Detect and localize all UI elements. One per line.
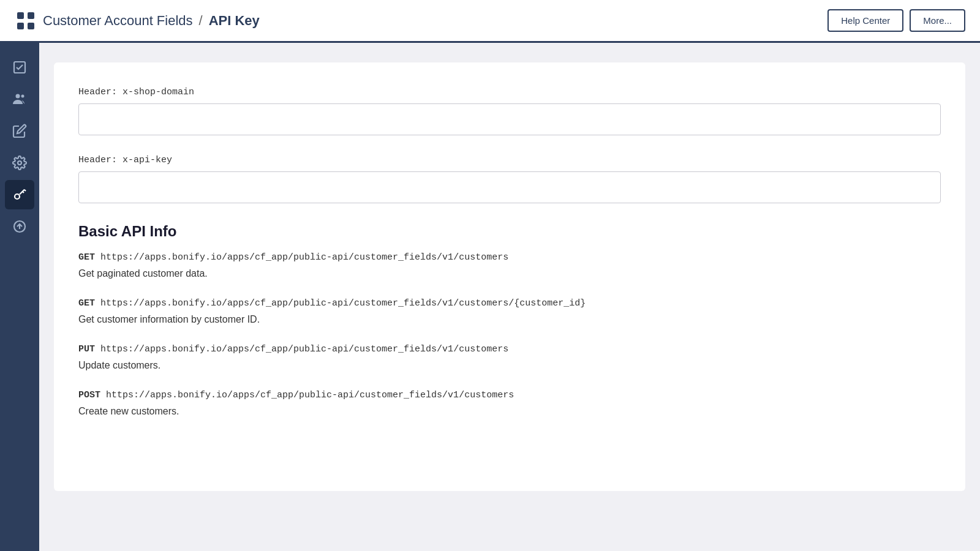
api-key-field-group: Header: x-api-key xyxy=(78,155,941,203)
api-method: PUT xyxy=(78,344,95,354)
sidebar-item-edit[interactable] xyxy=(5,116,34,146)
api-key-input[interactable] xyxy=(78,171,941,203)
people-icon xyxy=(12,92,27,107)
breadcrumb: Customer Account Fields / API Key xyxy=(43,13,260,29)
api-url-text: https://apps.bonify.io/apps/cf_app/publi… xyxy=(106,390,514,400)
svg-rect-3 xyxy=(28,23,34,29)
api-description: Create new customers. xyxy=(78,404,941,419)
app-name: Customer Account Fields xyxy=(43,13,193,29)
api-method: POST xyxy=(78,390,100,400)
page-title: API Key xyxy=(209,13,260,29)
api-url-line: POST https://apps.bonify.io/apps/cf_app/… xyxy=(78,390,941,400)
shop-domain-label: Header: x-shop-domain xyxy=(78,87,941,97)
svg-point-7 xyxy=(18,161,21,165)
api-url-text: https://apps.bonify.io/apps/cf_app/publi… xyxy=(100,298,586,309)
api-entry: POST https://apps.bonify.io/apps/cf_app/… xyxy=(78,390,941,419)
api-description: Update customers. xyxy=(78,358,941,373)
api-entry: GET https://apps.bonify.io/apps/cf_app/p… xyxy=(78,298,941,327)
content-area: Header: x-shop-domain Header: x-api-key … xyxy=(39,43,980,551)
edit-icon xyxy=(12,124,27,138)
topbar-right: Help Center More... xyxy=(827,9,965,32)
shop-domain-field-group: Header: x-shop-domain xyxy=(78,87,941,135)
api-url-text: https://apps.bonify.io/apps/cf_app/publi… xyxy=(100,252,508,263)
app-icon xyxy=(15,10,37,32)
main-layout: Header: x-shop-domain Header: x-api-key … xyxy=(0,43,980,551)
more-button[interactable]: More... xyxy=(910,9,965,32)
api-url-line: PUT https://apps.bonify.io/apps/cf_app/p… xyxy=(78,344,941,354)
api-entry: GET https://apps.bonify.io/apps/cf_app/p… xyxy=(78,252,941,281)
svg-point-8 xyxy=(15,194,20,199)
gear-icon xyxy=(12,156,27,170)
sidebar-item-api-key[interactable] xyxy=(5,180,34,209)
api-method: GET xyxy=(78,298,95,309)
svg-rect-1 xyxy=(28,12,34,19)
api-method: GET xyxy=(78,252,95,263)
sidebar-item-tasks[interactable] xyxy=(5,53,34,82)
svg-rect-2 xyxy=(17,23,24,29)
api-description: Get paginated customer data. xyxy=(78,266,941,281)
key-icon xyxy=(12,187,27,202)
sidebar-item-upload[interactable] xyxy=(5,212,34,241)
content-card: Header: x-shop-domain Header: x-api-key … xyxy=(54,62,965,491)
api-description: Get customer information by customer ID. xyxy=(78,312,941,327)
breadcrumb-sep: / xyxy=(199,13,203,29)
api-entries-container: GET https://apps.bonify.io/apps/cf_app/p… xyxy=(78,252,941,419)
upload-icon xyxy=(12,219,27,234)
section-title: Basic API Info xyxy=(78,223,941,240)
topbar-left: Customer Account Fields / API Key xyxy=(15,10,827,32)
sidebar-item-customers[interactable] xyxy=(5,84,34,114)
svg-rect-0 xyxy=(17,12,24,19)
svg-point-5 xyxy=(16,94,20,99)
api-entry: PUT https://apps.bonify.io/apps/cf_app/p… xyxy=(78,344,941,373)
help-center-button[interactable]: Help Center xyxy=(827,9,903,32)
api-url-text: https://apps.bonify.io/apps/cf_app/publi… xyxy=(100,344,508,354)
sidebar xyxy=(0,43,39,551)
topbar: Customer Account Fields / API Key Help C… xyxy=(0,0,980,43)
api-key-label: Header: x-api-key xyxy=(78,155,941,165)
api-url-line: GET https://apps.bonify.io/apps/cf_app/p… xyxy=(78,252,941,263)
sidebar-item-settings[interactable] xyxy=(5,148,34,178)
checkbox-icon xyxy=(12,60,27,75)
svg-point-6 xyxy=(21,95,24,98)
api-url-line: GET https://apps.bonify.io/apps/cf_app/p… xyxy=(78,298,941,309)
shop-domain-input[interactable] xyxy=(78,103,941,135)
